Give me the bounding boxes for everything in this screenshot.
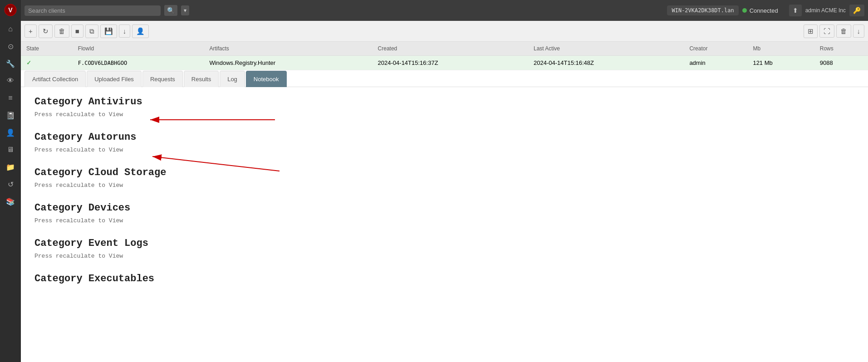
col-created: Created <box>373 42 528 56</box>
expand-button[interactable]: ⛶ <box>819 24 834 38</box>
col-last-active: Last Active <box>528 42 684 56</box>
tab-requests[interactable]: Requests <box>142 71 183 87</box>
sidebar-item-monitor[interactable]: 🖥 <box>2 142 19 158</box>
tab-artifact-collection[interactable]: Artifact Collection <box>25 71 86 87</box>
search-container <box>25 5 161 16</box>
cell-last-active: 2024-04-14T15:16:48Z <box>528 56 684 70</box>
svg-text:V: V <box>8 6 13 14</box>
category-eventlogs-section: Category Event Logs Press recalculate to… <box>34 238 854 259</box>
cell-flowid: F.CODV6LDABHGOO <box>73 56 204 70</box>
sidebar-item-book[interactable]: 📚 <box>2 193 19 210</box>
refresh-button[interactable]: ↻ <box>39 24 53 38</box>
col-mb: Mb <box>747 42 814 56</box>
flow-table: State FlowId Artifacts Created Last Acti… <box>21 42 868 70</box>
search-input[interactable] <box>28 7 157 14</box>
sidebar: V ⌂ ⊙ 🔧 👁 ≡ 📓 👤 🖥 📁 ↺ 📚 <box>0 0 21 362</box>
category-antivirus-subtitle: Press recalculate to View <box>34 111 854 118</box>
category-executables-title: Category Executables <box>34 273 854 284</box>
category-antivirus-section: Category Antivirus Press recalculate to … <box>34 96 854 118</box>
category-cloud-title: Category Cloud Storage <box>34 167 854 178</box>
category-cloud-section: Category Cloud Storage Press recalculate… <box>34 167 854 189</box>
save-button[interactable]: 💾 <box>100 24 117 38</box>
logo: V <box>2 2 19 18</box>
col-state: State <box>21 42 73 56</box>
sidebar-item-list[interactable]: ≡ <box>2 90 19 106</box>
sidebar-item-wrench[interactable]: 🔧 <box>2 55 19 72</box>
category-executables-section: Category Executables <box>34 273 854 284</box>
client-badge: WIN-2VKA2DK38DT.lan <box>667 5 738 15</box>
sidebar-item-search[interactable]: ⊙ <box>2 38 19 54</box>
connection-status: Connected <box>742 7 778 14</box>
status-dot <box>742 8 747 13</box>
copy-button[interactable]: ⧉ <box>85 24 98 38</box>
cell-state: ✓ <box>21 56 73 70</box>
col-creator: Creator <box>684 42 747 56</box>
category-devices-title: Category Devices <box>34 202 854 214</box>
delete-button[interactable]: 🗑 <box>54 24 69 38</box>
download-button[interactable]: ↓ <box>119 24 131 38</box>
stop-button[interactable]: ■ <box>71 24 83 38</box>
topbar-key-button[interactable]: 🔑 <box>849 5 864 16</box>
sidebar-item-clock[interactable]: ↺ <box>2 176 19 192</box>
category-devices-section: Category Devices Press recalculate to Vi… <box>34 202 854 224</box>
col-flowid: FlowId <box>73 42 204 56</box>
delete-right-button[interactable]: 🗑 <box>836 24 851 38</box>
topbar: 🔍 ▾ WIN-2VKA2DK38DT.lan Connected ⬆ admi… <box>21 0 868 21</box>
tab-results[interactable]: Results <box>184 71 219 87</box>
flow-table-wrapper: State FlowId Artifacts Created Last Acti… <box>21 42 868 70</box>
category-autoruns-subtitle: Press recalculate to View <box>34 147 854 153</box>
download-right-button[interactable]: ↓ <box>853 24 865 38</box>
toolbar-right: ⊞ ⛶ 🗑 ↓ <box>804 24 865 38</box>
topbar-share-button[interactable]: ⬆ <box>789 5 802 16</box>
sidebar-item-person[interactable]: 👤 <box>2 124 19 141</box>
tab-log[interactable]: Log <box>220 71 245 87</box>
client-name: WIN-2VKA2DK38DT.lan <box>672 7 734 14</box>
columns-button[interactable]: ⊞ <box>804 24 818 38</box>
connection-text: Connected <box>750 7 778 14</box>
table-row[interactable]: ✓ F.CODV6LDABHGOO Windows.Registry.Hunte… <box>21 56 868 70</box>
cell-mb: 121 Mb <box>747 56 814 70</box>
tabs-container: Artifact Collection Uploaded Files Reque… <box>21 70 868 87</box>
cell-created: 2024-04-14T15:16:37Z <box>373 56 528 70</box>
cell-creator: admin <box>684 56 747 70</box>
toolbar: + ↻ 🗑 ■ ⧉ 💾 ↓ 👤 ⊞ ⛶ 🗑 ↓ <box>21 21 868 42</box>
cell-rows: 9088 <box>814 56 868 70</box>
main-area: 🔍 ▾ WIN-2VKA2DK38DT.lan Connected ⬆ admi… <box>21 0 868 362</box>
category-autoruns-section: Category Autoruns Press recalculate to V… <box>34 132 854 153</box>
search-dropdown-button[interactable]: ▾ <box>181 5 189 15</box>
notebook-body: Category Antivirus Press recalculate to … <box>34 96 854 284</box>
category-cloud-subtitle: Press recalculate to View <box>34 182 854 189</box>
user-button[interactable]: 👤 <box>132 24 149 38</box>
sidebar-item-notebook[interactable]: 📓 <box>2 107 19 123</box>
category-autoruns-title: Category Autoruns <box>34 132 854 143</box>
user-info: admin ACME Inc <box>805 7 846 14</box>
content-area: Category Antivirus Press recalculate to … <box>21 87 868 362</box>
col-artifacts: Artifacts <box>204 42 372 56</box>
col-rows: Rows <box>814 42 868 56</box>
category-devices-subtitle: Press recalculate to View <box>34 217 854 224</box>
category-eventlogs-subtitle: Press recalculate to View <box>34 253 854 259</box>
tab-uploaded-files[interactable]: Uploaded Files <box>87 71 142 87</box>
cell-artifacts: Windows.Registry.Hunter <box>204 56 372 70</box>
search-button[interactable]: 🔍 <box>164 5 177 16</box>
sidebar-item-folder[interactable]: 📁 <box>2 159 19 175</box>
add-button[interactable]: + <box>25 24 37 38</box>
tab-notebook[interactable]: Notebook <box>246 71 287 87</box>
topbar-right: ⬆ admin ACME Inc 🔑 <box>789 5 864 16</box>
sidebar-item-home[interactable]: ⌂ <box>2 21 19 37</box>
sidebar-item-eye[interactable]: 👁 <box>2 73 19 89</box>
category-antivirus-title: Category Antivirus <box>34 96 854 108</box>
category-eventlogs-title: Category Event Logs <box>34 238 854 249</box>
